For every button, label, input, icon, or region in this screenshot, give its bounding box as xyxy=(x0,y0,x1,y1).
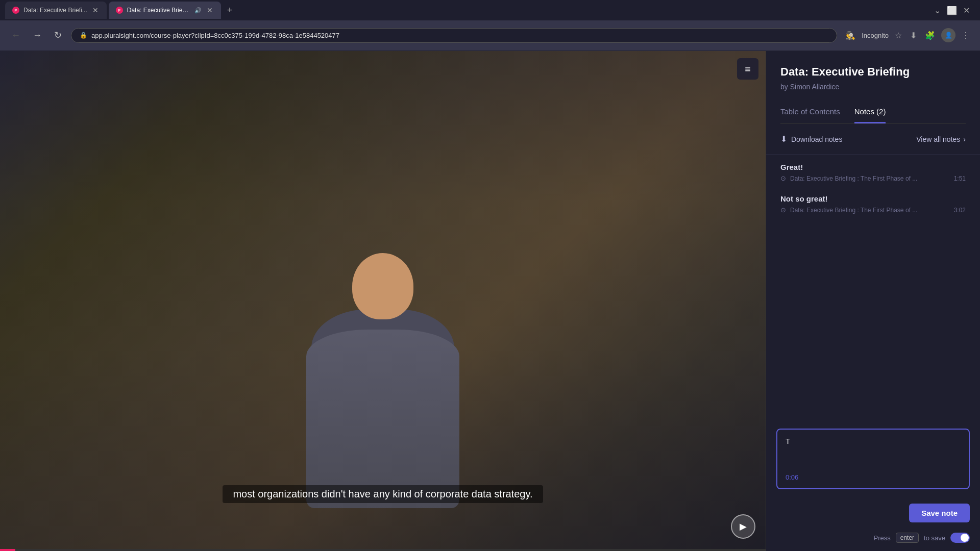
play-circle-icon-1: ⊙ xyxy=(780,174,786,182)
lock-icon: 🔒 xyxy=(80,32,87,39)
sidebar-actions: ⬇ Download notes View all notes › xyxy=(766,124,980,155)
view-all-notes-button[interactable]: View all notes › xyxy=(916,135,966,143)
course-author: by Simon Allardice xyxy=(780,83,966,91)
tab-table-of-contents[interactable]: Table of Contents xyxy=(780,101,840,123)
play-circle-icon-2: ⊙ xyxy=(780,206,786,214)
tab-favicon-2: P xyxy=(116,7,123,14)
video-area: ≡ most organizations didn't have any kin… xyxy=(0,51,766,551)
tab-close-1[interactable]: ✕ xyxy=(91,5,100,15)
back-button[interactable]: ← xyxy=(8,28,23,43)
person-silhouette xyxy=(286,253,480,518)
tab-notes[interactable]: Notes (2) xyxy=(854,101,886,123)
incognito-button[interactable]: 🕵 xyxy=(843,29,857,42)
extension-button[interactable]: 🧩 xyxy=(923,29,937,42)
note-input-area: T 0:06 xyxy=(776,429,970,489)
minimize-icon[interactable]: ⌄ xyxy=(934,6,941,15)
address-bar[interactable]: 🔒 app.pluralsight.com/course-player?clip… xyxy=(71,28,837,43)
note-clip-2: Data: Executive Briefing : The First Pha… xyxy=(790,207,917,214)
new-tab-button[interactable]: + xyxy=(223,3,237,18)
note-item-2[interactable]: Not so great! ⊙ Data: Executive Briefing… xyxy=(780,194,966,214)
save-note-button[interactable]: Save note xyxy=(909,504,970,522)
incognito-icon: 🕵 xyxy=(845,31,855,40)
press-text: Press xyxy=(873,534,890,542)
hamburger-icon: ≡ xyxy=(745,63,751,75)
incognito-label: Incognito xyxy=(862,32,889,39)
play-icon: ▶ xyxy=(740,521,747,532)
note-clip-1: Data: Executive Briefing : The First Pha… xyxy=(790,175,917,182)
tab-title-1: Data: Executive Briefi... xyxy=(23,7,87,14)
progress-bar[interactable] xyxy=(0,549,766,551)
person-head xyxy=(352,253,413,319)
subtitle-bar: most organizations didn't have any kind … xyxy=(0,480,766,508)
tab-title-2: Data: Executive Briefing | Plu... xyxy=(127,7,190,14)
window-controls: ⌄ ⬜ ✕ xyxy=(934,6,975,15)
nav-bar: ← → ↻ 🔒 app.pluralsight.com/course-playe… xyxy=(0,20,980,50)
main-content: ≡ most organizations didn't have any kin… xyxy=(0,51,980,551)
download-button[interactable]: ⬇ xyxy=(908,29,919,42)
toc-tab-label: Table of Contents xyxy=(780,107,840,116)
tab-favicon-1: P xyxy=(12,7,19,14)
browser-chrome: P Data: Executive Briefi... ✕ P Data: Ex… xyxy=(0,0,980,51)
reload-button[interactable]: ↻ xyxy=(51,28,65,43)
note-time-2: 3:02 xyxy=(954,207,966,214)
save-note-section: Save note xyxy=(766,497,980,529)
profile-button[interactable]: 👤 xyxy=(941,28,955,42)
download-notes-label: Download notes xyxy=(791,135,842,143)
note-input[interactable]: T xyxy=(786,437,961,467)
title-bar: P Data: Executive Briefi... ✕ P Data: Ex… xyxy=(0,0,980,20)
chevron-right-icon: › xyxy=(963,135,966,143)
download-notes-button[interactable]: ⬇ Download notes xyxy=(780,134,842,144)
close-window-icon[interactable]: ✕ xyxy=(963,6,970,15)
play-button[interactable]: ▶ xyxy=(731,514,755,539)
browser-tab-2[interactable]: P Data: Executive Briefing | Plu... 🔊 ✕ xyxy=(109,2,221,19)
progress-fill xyxy=(0,549,15,551)
notes-list: Great! ⊙ Data: Executive Briefing : The … xyxy=(766,155,980,429)
forward-button[interactable]: → xyxy=(30,28,45,43)
note-meta-1: ⊙ Data: Executive Briefing : The First P… xyxy=(780,174,966,182)
tab-mute-icon[interactable]: 🔊 xyxy=(194,7,202,14)
course-title: Data: Executive Briefing xyxy=(780,65,966,79)
author-name: Simon Allardice xyxy=(790,83,840,91)
note-item-1[interactable]: Great! ⊙ Data: Executive Briefing : The … xyxy=(780,163,966,182)
enter-to-save-toggle[interactable] xyxy=(950,533,970,543)
download-notes-icon: ⬇ xyxy=(780,134,787,144)
enter-key-badge: enter xyxy=(896,533,919,543)
to-save-text: to save xyxy=(924,534,945,542)
author-prefix: by xyxy=(780,83,788,91)
sidebar: Data: Executive Briefing by Simon Allard… xyxy=(766,51,980,551)
notes-tab-label: Notes (2) xyxy=(854,107,886,116)
maximize-icon[interactable]: ⬜ xyxy=(947,6,957,15)
video-background xyxy=(0,51,766,549)
note-text-2: Not so great! xyxy=(780,194,966,203)
toggle-knob xyxy=(961,534,969,542)
view-all-label: View all notes xyxy=(916,135,960,143)
subtitle-text: most organizations didn't have any kind … xyxy=(223,485,543,503)
note-timestamp: 0:06 xyxy=(786,473,961,481)
tab-close-2[interactable]: ✕ xyxy=(206,5,214,15)
press-enter-section: Press enter to save xyxy=(766,529,980,551)
note-text-1: Great! xyxy=(780,163,966,171)
browser-tab-1[interactable]: P Data: Executive Briefi... ✕ xyxy=(5,2,107,19)
sidebar-toggle-button[interactable]: ≡ xyxy=(737,58,758,80)
sidebar-header: Data: Executive Briefing by Simon Allard… xyxy=(766,51,980,101)
note-time-1: 1:51 xyxy=(954,175,966,182)
nav-actions: 🕵 Incognito ☆ ⬇ 🧩 👤 ⋮ xyxy=(843,28,972,42)
address-text: app.pluralsight.com/course-player?clipId… xyxy=(91,32,339,39)
note-meta-2: ⊙ Data: Executive Briefing : The First P… xyxy=(780,206,966,214)
video-player[interactable]: ≡ most organizations didn't have any kin… xyxy=(0,51,766,549)
sidebar-tabs: Table of Contents Notes (2) xyxy=(780,101,966,124)
more-button[interactable]: ⋮ xyxy=(960,29,972,42)
bookmark-button[interactable]: ☆ xyxy=(893,29,904,42)
